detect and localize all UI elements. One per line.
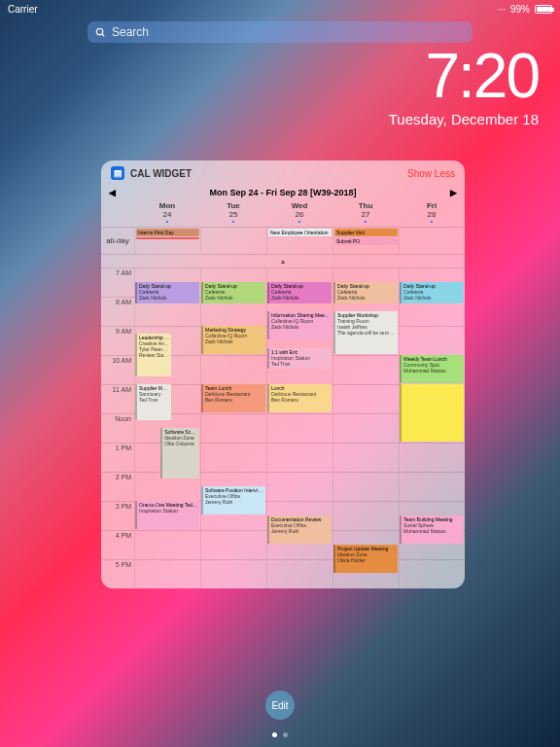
all-day-label: all-day: [101, 228, 134, 254]
calendar-event[interactable]: One-to-One Meeting Ted with JessInspirat…: [135, 501, 199, 529]
day-header[interactable]: Thu27•: [332, 199, 399, 227]
all-day-cell: New Employee Orientation: [266, 228, 332, 254]
next-week-button[interactable]: ▶: [450, 188, 457, 197]
calendar-event[interactable]: Software ScaffoldingIdeation ZoneOllie O…: [160, 428, 198, 479]
all-day-cell: [200, 228, 266, 254]
edit-button[interactable]: Edit: [265, 691, 295, 720]
all-day-cell: [399, 228, 465, 254]
battery-icon: [535, 5, 552, 14]
hour-cell: [200, 444, 266, 472]
clock-date: Tuesday, December 18: [389, 111, 539, 127]
search-placeholder: Search: [112, 25, 149, 39]
all-day-event[interactable]: Supplier Visit: [334, 229, 398, 236]
status-bar: Carrier ··· 99%: [0, 0, 560, 18]
hour-label: 10 AM: [101, 356, 134, 384]
calendar-event[interactable]: LunchDelicious RestaurantBen Romero: [267, 384, 332, 412]
day-header[interactable]: Wed26•: [266, 199, 332, 227]
hour-label: 3 PM: [101, 502, 134, 530]
page-dot: [272, 732, 277, 737]
page-indicator: [272, 732, 288, 737]
all-day-row: all-day Interns First DayNew Employee Or…: [101, 227, 465, 254]
hour-cell: [332, 414, 399, 443]
hour-cell: [266, 560, 332, 588]
hour-cell: [399, 327, 465, 355]
svg-line-1: [102, 33, 104, 35]
calendar-event[interactable]: Team LunchDelicious RestaurantBen Romero: [201, 384, 265, 412]
widget-header: ▤ CAL WIDGET Show Less: [101, 160, 465, 186]
calendar-event[interactable]: Daily Stand-upCafeteriaZack Nichols: [201, 282, 265, 303]
svg-point-0: [96, 28, 102, 34]
lock-clock: 7:20 Tuesday, December 18: [389, 45, 539, 127]
all-day-cell: Interns First Day: [134, 228, 200, 254]
show-less-button[interactable]: Show Less: [407, 168, 455, 179]
calendar-event[interactable]: Daily Stand-upCafeteriaZack Nichols: [333, 282, 398, 303]
calendar-widget: ▤ CAL WIDGET Show Less ◀ Mon Sep 24 - Fr…: [101, 160, 465, 588]
calendar-event[interactable]: Team Building MeetingSocial SphereMohamm…: [400, 516, 464, 544]
calendar-event[interactable]: Supplier WorkshopTraining RoomIsaiah Jef…: [333, 311, 398, 354]
hour-label: 11 AM: [101, 385, 134, 413]
hour-cell: [399, 560, 465, 588]
hour-label: 9 AM: [101, 327, 134, 355]
hour-cell: [332, 385, 399, 413]
all-day-event[interactable]: Submit PO: [334, 237, 398, 245]
hour-cell: [332, 356, 399, 384]
calendar-event[interactable]: Daily Stand-upCafeteriaZack Nichols: [267, 282, 332, 303]
week-range-label: Mon Sep 24 - Fri Sep 28 [W39-2018]: [116, 188, 450, 197]
collapse-toggle[interactable]: ▴: [101, 254, 465, 267]
calendar-event[interactable]: Project Update MeetingIdeation ZoneOlivi…: [333, 545, 398, 573]
search-bar[interactable]: Search: [88, 21, 472, 43]
page-dot: [283, 732, 288, 737]
hour-cell: [134, 560, 200, 588]
hour-cell: [200, 414, 266, 443]
hour-label: Noon: [101, 414, 134, 443]
widget-title: CAL WIDGET: [130, 168, 192, 179]
hour-cell: [266, 473, 332, 501]
search-icon: [95, 27, 106, 38]
hour-cell: [200, 560, 266, 588]
hour-label: 8 AM: [101, 298, 134, 326]
day-header[interactable]: Fri28•: [399, 199, 465, 227]
calendar-event[interactable]: 1:1 with EricInspiration StationTed Tran: [267, 348, 332, 370]
clock-time: 7:20: [389, 45, 539, 107]
hour-cell: [200, 356, 266, 384]
prev-week-button[interactable]: ◀: [109, 188, 116, 197]
hour-cell: [399, 473, 465, 501]
calendar-event[interactable]: [400, 384, 464, 442]
hour-cell: [332, 444, 399, 472]
all-day-event[interactable]: [136, 237, 199, 239]
hour-cell: [134, 531, 200, 559]
calendar-event[interactable]: Software Position InterviewExecutive Off…: [201, 486, 265, 515]
hour-label: 7 AM: [101, 268, 134, 297]
all-day-event[interactable]: New Employee Orientation: [268, 229, 332, 236]
hour-label: 2 PM: [101, 473, 134, 501]
calendar-event[interactable]: Information Sharing MeetingsCollective I…: [267, 311, 332, 339]
hour-grid: Daily Stand-upCafeteriaZack NicholsDaily…: [101, 267, 465, 588]
battery-percent: 99%: [510, 4, 530, 15]
app-icon: ▤: [111, 166, 124, 180]
carrier-label: Carrier: [8, 4, 38, 15]
day-header[interactable]: Mon24•: [134, 199, 200, 227]
hour-cell: [332, 473, 399, 501]
calendar-event[interactable]: Supplier MeetingSanctuaryTed Tran: [135, 384, 171, 420]
hour-label: 5 PM: [101, 560, 134, 588]
calendar-event[interactable]: Daily Stand-upCafeteriaZack Nichols: [400, 282, 464, 303]
calendar-event[interactable]: Weekly Team LunchCommunity SpotMohammad …: [400, 355, 464, 383]
calendar-event[interactable]: Marketing StrategyCollective IQ RoomZack…: [201, 326, 265, 354]
day-headers: Mon24•Tue25•Wed26•Thu27•Fri28•: [101, 199, 465, 227]
hour-cell: [399, 444, 465, 472]
hour-cell: [200, 531, 266, 559]
hour-cell: [332, 502, 399, 530]
calendar-event[interactable]: Documentation ReviewExecutive OfficeJere…: [267, 516, 332, 544]
hour-label: 1 PM: [101, 444, 134, 472]
all-day-event[interactable]: Interns First Day: [136, 229, 199, 236]
hour-label: 4 PM: [101, 531, 134, 559]
calendar-event[interactable]: Leadership meetingCreative AnnexTyler Pe…: [135, 334, 171, 376]
week-nav: ◀ Mon Sep 24 - Fri Sep 28 [W39-2018] ▶: [101, 186, 465, 199]
calendar-event[interactable]: Daily Stand-upCafeteriaZack Nichols: [135, 282, 199, 303]
hour-cell: [266, 444, 332, 472]
day-header[interactable]: Tue25•: [200, 199, 266, 227]
all-day-cell: Supplier VisitSubmit PO: [332, 228, 399, 254]
signal-icon: ···: [498, 4, 506, 15]
hour-cell: [266, 414, 332, 443]
